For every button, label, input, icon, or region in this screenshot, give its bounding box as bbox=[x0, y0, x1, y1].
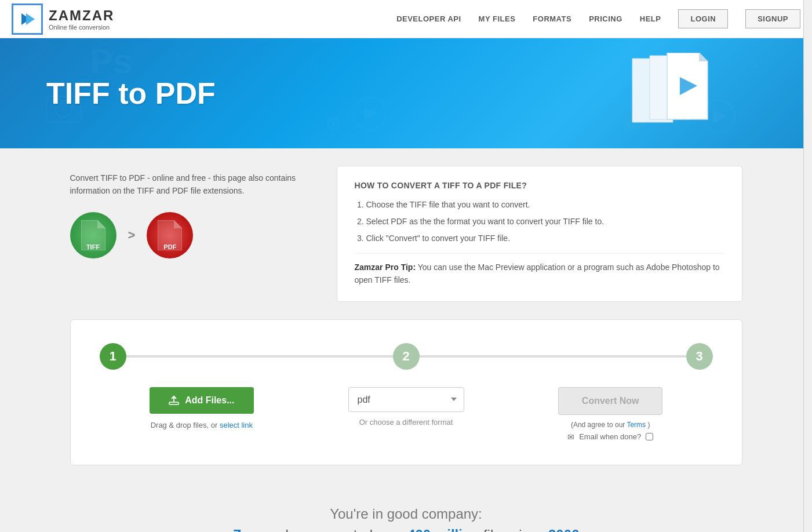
hero-file-svg bbox=[615, 53, 742, 134]
svg-marker-23 bbox=[97, 220, 105, 228]
tiff-icon: TIFF bbox=[70, 212, 116, 258]
logo-svg bbox=[19, 10, 36, 28]
footer-stats: You're in good company: Zamzar has conve… bbox=[70, 489, 742, 532]
pdf-icon: PDF bbox=[147, 212, 193, 258]
logo-text: ZAMZAR Online file conversion bbox=[49, 8, 114, 31]
nav-pricing[interactable]: PRICING bbox=[589, 14, 622, 23]
convert-button[interactable]: Convert Now bbox=[558, 387, 662, 415]
howto-box: HOW TO CONVERT A TIFF TO A PDF FILE? Cho… bbox=[337, 166, 742, 302]
footer-text1: has converted over bbox=[285, 527, 403, 532]
format-hint: Or choose a different format bbox=[359, 418, 453, 427]
logo-name: ZAMZAR bbox=[49, 8, 114, 24]
description-text: Convert TIFF to PDF - online and free - … bbox=[70, 172, 314, 198]
tiff-label: TIFF bbox=[86, 243, 100, 250]
drag-drop-text: Drag & drop files, or select link bbox=[151, 421, 253, 429]
logo-link[interactable]: ZAMZAR Online file conversion bbox=[12, 3, 114, 35]
nav-my-files[interactable]: MY FILES bbox=[479, 14, 516, 23]
svg-text:♫: ♫ bbox=[748, 53, 760, 71]
svg-text:Ps: Ps bbox=[90, 42, 132, 81]
add-files-button[interactable]: Add Files... bbox=[150, 387, 254, 414]
drag-drop-static: Drag & drop files, or bbox=[151, 421, 218, 429]
navbar: ZAMZAR Online file conversion DEVELOPER … bbox=[0, 0, 812, 38]
pdf-label: PDF bbox=[163, 243, 176, 250]
svg-text:♫: ♫ bbox=[307, 57, 318, 73]
footer-highlight: 400 million bbox=[407, 527, 479, 532]
howto-step-2: Select PDF as the the format you want to… bbox=[366, 216, 724, 228]
signup-button[interactable]: SIGNUP bbox=[745, 9, 800, 28]
pro-tip-label: Zamzar Pro Tip: bbox=[355, 263, 416, 272]
steps-panels: Add Files... Drag & drop files, or selec… bbox=[100, 387, 713, 442]
step-line-2 bbox=[420, 355, 686, 358]
footer-text2: files since bbox=[483, 527, 544, 532]
format-select-wrapper: pdf jpg png bmp gif tiff docx Or choose … bbox=[304, 387, 508, 427]
svg-marker-25 bbox=[174, 220, 182, 228]
nav-links: DEVELOPER API MY FILES FORMATS PRICING H… bbox=[396, 9, 800, 28]
email-label: Email when done? bbox=[579, 432, 641, 441]
svg-rect-26 bbox=[169, 402, 179, 405]
howto-steps: Choose the TIFF file that you want to co… bbox=[355, 199, 724, 245]
description-col: Convert TIFF to PDF - online and free - … bbox=[70, 166, 314, 302]
main-content: Convert TIFF to PDF - online and free - … bbox=[59, 148, 754, 532]
step-2-circle: 2 bbox=[393, 343, 420, 370]
step-line-1 bbox=[126, 355, 393, 358]
steps-bar: 1 2 3 bbox=[100, 343, 713, 370]
email-icon: ✉ bbox=[567, 432, 574, 442]
svg-marker-9 bbox=[364, 107, 378, 121]
info-row: Convert TIFF to PDF - online and free - … bbox=[70, 166, 742, 302]
logo-subtitle: Online file conversion bbox=[49, 24, 114, 31]
footer-line2: Zamzar has converted over 400 million fi… bbox=[70, 527, 742, 532]
converter-widget: 1 2 3 Add Files... bbox=[70, 319, 742, 465]
logo-icon bbox=[12, 3, 43, 35]
step-3-number: 3 bbox=[696, 349, 702, 364]
upload-icon bbox=[169, 395, 179, 406]
nav-developer-api[interactable]: DEVELOPER API bbox=[396, 14, 461, 23]
pro-tip: Zamzar Pro Tip: You can use the Mac Prev… bbox=[355, 253, 724, 287]
footer-brand: Zamzar bbox=[233, 527, 282, 532]
footer-line1: You're in good company: bbox=[70, 506, 742, 522]
hero-title: TIFF to PDF bbox=[46, 76, 216, 111]
email-checkbox[interactable] bbox=[646, 433, 653, 440]
terms-link[interactable]: Terms bbox=[627, 421, 646, 429]
step-2-number: 2 bbox=[402, 349, 409, 364]
svg-marker-1 bbox=[26, 13, 35, 25]
hero-file-icons bbox=[615, 53, 742, 134]
email-row: ✉ Email when done? bbox=[567, 432, 653, 442]
format-select[interactable]: pdf jpg png bmp gif tiff docx bbox=[348, 387, 464, 412]
svg-marker-20 bbox=[699, 53, 708, 61]
footer-year: 2006 bbox=[548, 527, 579, 532]
howto-title: HOW TO CONVERT A TIFF TO A PDF FILE? bbox=[355, 181, 724, 190]
agree-text: (And agree to our bbox=[571, 421, 625, 429]
nav-help[interactable]: HELP bbox=[640, 14, 661, 23]
step-1-number: 1 bbox=[109, 349, 116, 364]
conversion-arrow: > bbox=[128, 228, 136, 243]
scrollbar[interactable] bbox=[803, 0, 812, 532]
step-1-circle: 1 bbox=[100, 343, 126, 370]
login-button[interactable]: LOGIN bbox=[678, 9, 728, 28]
howto-step-1: Choose the TIFF file that you want to co… bbox=[366, 199, 724, 211]
svg-text:⚙: ⚙ bbox=[325, 112, 343, 135]
step-3-panel: Convert Now (And agree to our Terms ) ✉ … bbox=[508, 387, 713, 442]
step-2-panel: pdf jpg png bmp gif tiff docx Or choose … bbox=[304, 387, 508, 442]
conversion-icons: TIFF > PDF bbox=[70, 212, 314, 258]
select-link[interactable]: select link bbox=[220, 421, 253, 429]
convert-options: (And agree to our Terms ) bbox=[571, 421, 650, 429]
hero-banner: Ps ♪ ♫ ⚙ 📁 ♪ ♫ TIFF to PDF bbox=[0, 38, 812, 148]
howto-step-3: Click "Convert" to convert your TIFF fil… bbox=[366, 232, 724, 245]
add-files-label: Add Files... bbox=[185, 395, 234, 406]
step-3-circle: 3 bbox=[686, 343, 713, 370]
agree-close: ) bbox=[647, 421, 650, 429]
nav-formats[interactable]: FORMATS bbox=[533, 14, 571, 23]
svg-text:♪: ♪ bbox=[174, 46, 183, 65]
step-1-panel: Add Files... Drag & drop files, or selec… bbox=[100, 387, 304, 442]
